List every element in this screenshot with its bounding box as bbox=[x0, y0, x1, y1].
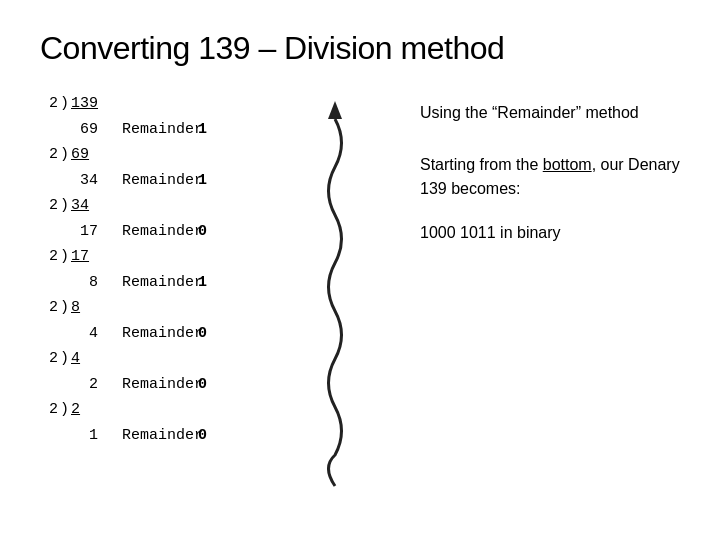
dividend: 4 bbox=[71, 346, 107, 372]
quotient: 34 bbox=[62, 168, 98, 194]
dividend: 8 bbox=[71, 295, 107, 321]
remainder-value: 1 bbox=[198, 270, 207, 296]
dividend: 34 bbox=[71, 193, 107, 219]
quotient: 8 bbox=[62, 270, 98, 296]
dividend: 139 bbox=[71, 91, 107, 117]
remainder-label: Remainder bbox=[104, 321, 194, 347]
wavy-arrow-icon bbox=[310, 101, 360, 491]
quotient: 4 bbox=[62, 321, 98, 347]
quotient: 17 bbox=[62, 219, 98, 245]
page-title: Converting 139 – Division method bbox=[40, 30, 680, 67]
divisor: 2 bbox=[40, 244, 58, 270]
remainder-label: Remainder bbox=[104, 372, 194, 398]
page: Converting 139 – Division method 2 ) 139… bbox=[0, 0, 720, 540]
quotient: 69 bbox=[62, 117, 98, 143]
content-area: 2 ) 139 69 Remainder 1 2 ) 69 34 Remaind… bbox=[40, 91, 680, 448]
divisor: 2 bbox=[40, 193, 58, 219]
remainder-value: 0 bbox=[198, 423, 207, 449]
divisor: 2 bbox=[40, 346, 58, 372]
divisor: 2 bbox=[40, 91, 58, 117]
divisor: 2 bbox=[40, 397, 58, 423]
remainder-label: Remainder bbox=[104, 270, 194, 296]
remainder-value: 0 bbox=[198, 219, 207, 245]
quotient: 1 bbox=[62, 423, 98, 449]
remainder-value: 1 bbox=[198, 117, 207, 143]
bottom-underline: bottom bbox=[543, 156, 592, 173]
dividend: 2 bbox=[71, 397, 107, 423]
starting-from-text: Starting from the bottom, our Denary 139… bbox=[420, 153, 680, 201]
right-panel: Using the “Remainder” method Starting fr… bbox=[420, 91, 680, 245]
remainder-method-text: Using the “Remainder” method bbox=[420, 101, 680, 125]
svg-marker-0 bbox=[328, 101, 342, 119]
dividend: 17 bbox=[71, 244, 107, 270]
remainder-value: 0 bbox=[198, 372, 207, 398]
divisor: 2 bbox=[40, 295, 58, 321]
quotient: 2 bbox=[62, 372, 98, 398]
binary-result: 1000 1011 in binary bbox=[420, 221, 680, 245]
dividend: 69 bbox=[71, 142, 107, 168]
remainder-value: 1 bbox=[198, 168, 207, 194]
divisor: 2 bbox=[40, 142, 58, 168]
division-table: 2 ) 139 69 Remainder 1 2 ) 69 34 Remaind… bbox=[40, 91, 360, 448]
remainder-label: Remainder bbox=[104, 219, 194, 245]
remainder-label: Remainder bbox=[104, 168, 194, 194]
remainder-value: 0 bbox=[198, 321, 207, 347]
remainder-label: Remainder bbox=[104, 423, 194, 449]
remainder-label: Remainder bbox=[104, 117, 194, 143]
